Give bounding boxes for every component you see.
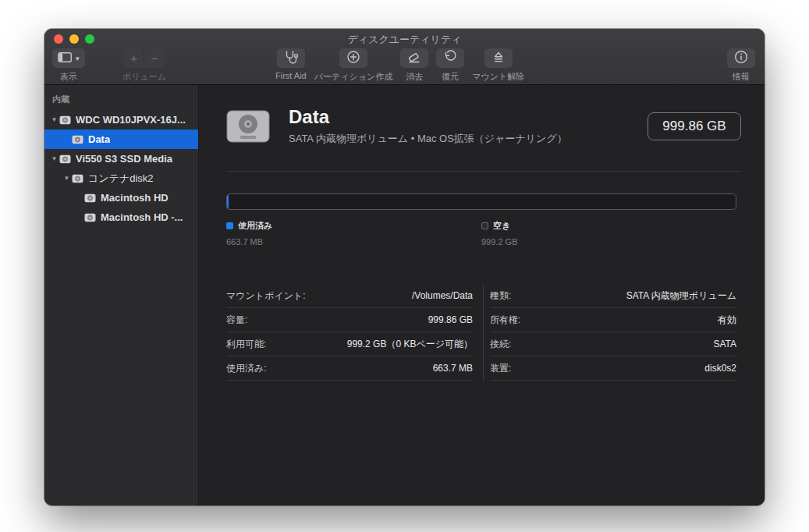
details-left-column: マウントポイント:/Volumes/Data容量:999.86 GB利用可能:9… xyxy=(226,284,473,381)
sidebar-item-3[interactable]: ▼コンテナdisk2 xyxy=(44,168,198,188)
details-value: SATA 内蔵物理ボリューム xyxy=(626,289,736,303)
details-column-divider xyxy=(483,284,484,381)
details-right-column: 種類:SATA 内蔵物理ボリューム所有権:有効接続:SATA装置:disk0s2 xyxy=(490,284,736,381)
capacity-legend: 使用済み663.7 MB空き999.2 GB xyxy=(226,220,736,246)
legend-label: 空き xyxy=(493,220,510,232)
partition-icon xyxy=(346,49,361,68)
disclosure-triangle-icon[interactable]: ▼ xyxy=(62,175,72,182)
sidebar-item-0[interactable]: ▼WDC WD10JPVX-16J... xyxy=(44,110,198,129)
details-value: 有効 xyxy=(718,314,736,327)
details-value: disk0s2 xyxy=(704,363,736,374)
window-header: ディスクユーティリティ ▾ 表示 + − xyxy=(44,29,765,85)
view-button[interactable]: ▾ 表示 xyxy=(52,48,85,83)
details-label: 種類: xyxy=(490,289,511,303)
details-table: マウントポイント:/Volumes/Data容量:999.86 GB利用可能:9… xyxy=(226,284,736,381)
sidebar-item-label: Data xyxy=(88,133,110,145)
disclosure-triangle-icon[interactable]: ▼ xyxy=(49,116,59,123)
details-row: 容量:999.86 GB xyxy=(226,308,473,332)
sidebar-item-label: WDC WD10JPVX-16J... xyxy=(76,114,186,126)
stethoscope-icon xyxy=(283,49,299,68)
volume-icon xyxy=(59,115,71,125)
sidebar-item-2[interactable]: ▼Vi550 S3 SSD Media xyxy=(44,149,198,168)
add-volume-button[interactable]: + xyxy=(124,48,144,68)
details-value: 999.86 GB xyxy=(428,314,473,325)
remove-volume-button[interactable]: − xyxy=(144,48,165,68)
details-label: 容量: xyxy=(226,314,247,327)
volume-group-label: ボリューム xyxy=(122,71,166,83)
main-content: Data SATA 内蔵物理ボリューム • Mac OS拡張（ジャーナリング） … xyxy=(199,85,765,505)
hard-drive-icon xyxy=(226,109,270,144)
sidebar-item-5[interactable]: Macintosh HD -... xyxy=(44,207,198,227)
view-button-label: 表示 xyxy=(60,71,77,83)
details-row: 装置:disk0s2 xyxy=(490,356,736,381)
details-label: 装置: xyxy=(490,362,511,375)
unmount-button[interactable]: マウント解除 xyxy=(472,48,524,83)
volume-subtitle: SATA 内蔵物理ボリューム • Mac OS拡張（ジャーナリング） xyxy=(289,132,567,146)
legend-label: 使用済み xyxy=(238,220,272,232)
legend-item-1: 空き999.2 GB xyxy=(481,220,736,246)
sidebar-item-label: コンテナdisk2 xyxy=(88,172,154,186)
legend-row: 空き xyxy=(481,220,736,232)
partition-button[interactable]: パーティション作成 xyxy=(314,48,393,83)
legend-value: 663.7 MB xyxy=(226,237,481,246)
volume-group: + − ボリューム xyxy=(122,48,166,83)
legend-row: 使用済み xyxy=(226,220,481,232)
details-row: 利用可能:999.2 GB（0 KBページ可能） xyxy=(226,332,473,356)
sidebar-item-1[interactable]: Data xyxy=(44,129,198,149)
sidebar-item-label: Macintosh HD -... xyxy=(101,211,183,223)
volume-title: Data xyxy=(289,106,567,128)
eject-icon xyxy=(491,49,506,68)
details-label: 接続: xyxy=(490,338,511,351)
eraser-icon xyxy=(406,49,422,68)
legend-swatch xyxy=(481,222,488,229)
sidebar-section-internal: 内蔵 xyxy=(44,92,198,110)
details-value: /Volumes/Data xyxy=(412,290,473,301)
sidebar-view-icon xyxy=(58,51,72,66)
erase-button[interactable]: 消去 xyxy=(400,48,428,83)
details-label: マウントポイント: xyxy=(226,289,306,303)
volume-icon xyxy=(72,174,83,183)
details-row: 使用済み:663.7 MB xyxy=(226,356,473,381)
toolbar-actions: First Aid パーティション作成 xyxy=(275,48,524,83)
volume-icon xyxy=(84,213,96,222)
capacity-bar xyxy=(226,193,736,210)
info-button[interactable]: 情報 xyxy=(727,48,755,83)
details-label: 所有権: xyxy=(490,314,520,327)
details-label: 使用済み: xyxy=(226,362,267,375)
sidebar-item-4[interactable]: Macintosh HD xyxy=(44,188,198,207)
first-aid-button[interactable]: First Aid xyxy=(275,48,307,80)
volume-icon xyxy=(84,193,96,203)
capacity-used-segment xyxy=(227,194,229,209)
legend-swatch xyxy=(226,222,233,229)
sidebar-list: ▼WDC WD10JPVX-16J...Data▼Vi550 S3 SSD Me… xyxy=(44,110,198,227)
sidebar: 内蔵 ▼WDC WD10JPVX-16J...Data▼Vi550 S3 SSD… xyxy=(44,85,199,505)
details-value: 999.2 GB（0 KBページ可能） xyxy=(347,338,473,351)
details-row: 所有権:有効 xyxy=(490,308,736,332)
details-value: 663.7 MB xyxy=(433,363,473,374)
restore-button[interactable]: 復元 xyxy=(436,48,464,83)
details-row: 種類:SATA 内蔵物理ボリューム xyxy=(490,284,736,308)
restore-arrow-icon xyxy=(442,49,458,68)
volume-icon xyxy=(72,135,83,144)
chevron-down-icon: ▾ xyxy=(76,55,80,62)
details-value: SATA xyxy=(713,339,736,349)
volume-icon xyxy=(59,154,71,164)
header-divider xyxy=(226,171,741,172)
legend-value: 999.2 GB xyxy=(481,237,736,246)
toolbar: ▾ 表示 + − ボリューム xyxy=(44,48,765,84)
volume-header: Data SATA 内蔵物理ボリューム • Mac OS拡張（ジャーナリング） … xyxy=(226,106,741,146)
sidebar-item-label: Macintosh HD xyxy=(101,192,169,204)
window-title: ディスクユーティリティ xyxy=(44,33,765,47)
details-row: 接続:SATA xyxy=(490,332,736,356)
details-label: 利用可能: xyxy=(226,338,266,351)
legend-item-0: 使用済み663.7 MB xyxy=(226,220,481,246)
disk-utility-window: ディスクユーティリティ ▾ 表示 + − xyxy=(44,29,765,505)
info-icon xyxy=(733,49,749,68)
sidebar-item-label: Vi550 S3 SSD Media xyxy=(76,153,172,165)
capacity-badge: 999.86 GB xyxy=(648,112,741,140)
disclosure-triangle-icon[interactable]: ▼ xyxy=(49,155,59,162)
details-row: マウントポイント:/Volumes/Data xyxy=(226,284,473,308)
